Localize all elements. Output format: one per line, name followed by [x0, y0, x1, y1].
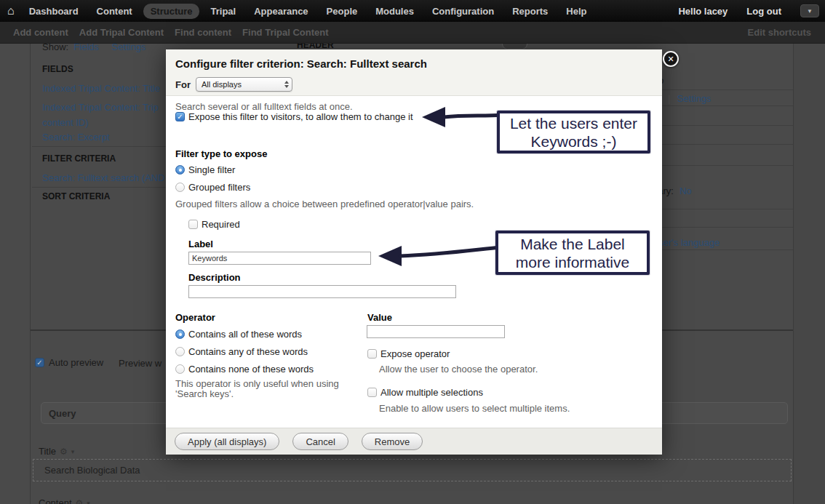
- content-label: Content: [39, 497, 72, 504]
- close-icon: ✕: [667, 55, 674, 64]
- gear-icon: ⚙: [76, 498, 84, 504]
- fields-heading: FIELDS: [42, 64, 73, 74]
- toolbar-toggle-button[interactable]: ▼: [800, 4, 819, 17]
- modal-title: Configure filter criterion: Search: Full…: [175, 57, 427, 70]
- toolbar-item-tripal[interactable]: Tripal: [203, 4, 243, 19]
- shortcut-find-tripal-content: Find Tripal Content: [242, 27, 328, 38]
- gear-icon: ⚙: [60, 447, 68, 457]
- toolbar-item-help[interactable]: Help: [559, 4, 594, 19]
- panel-right-margin: [793, 44, 825, 504]
- filter-intro-text: Search several or all fulltext fields at…: [175, 101, 353, 112]
- description-input[interactable]: [188, 285, 456, 298]
- separator: [662, 165, 793, 166]
- chevron-down-icon: ▼: [807, 8, 813, 15]
- toolbar-item-content[interactable]: Content: [89, 4, 140, 19]
- annotation-line: Make the Label: [498, 235, 647, 253]
- toolbar-item-dashboard[interactable]: Dashboard: [22, 4, 86, 19]
- chevron-down-icon: ▾: [71, 448, 75, 455]
- expose-operator-label: Expose operator: [380, 348, 450, 359]
- summary-no-link: No: [679, 185, 692, 196]
- toolbar-item-people[interactable]: People: [319, 4, 365, 19]
- label-heading: Label: [188, 239, 213, 249]
- filter-link-fulltext: Search: Fulltext search (AND: [42, 172, 164, 183]
- title-field-row: Title ⚙ ▾: [39, 446, 74, 457]
- expose-operator-checkbox[interactable]: [367, 349, 377, 359]
- chevron-down-icon: ▾: [87, 500, 90, 504]
- toolbar-item-structure[interactable]: Structure: [143, 4, 200, 19]
- toolbar-item-modules[interactable]: Modules: [368, 4, 421, 19]
- apply-button[interactable]: Apply (all displays): [175, 433, 279, 450]
- grouped-filters-label: Grouped filters: [188, 182, 250, 193]
- label-input[interactable]: [188, 252, 371, 265]
- users-language-link: ser's language: [658, 237, 720, 248]
- title-value: Search Biological Data: [44, 465, 140, 476]
- select-arrows-icon: [284, 81, 289, 88]
- separator: [662, 227, 793, 228]
- grouped-filters-radio[interactable]: [175, 183, 185, 192]
- expose-filter-label: Expose this filter to visitors, to allow…: [188, 111, 413, 122]
- for-label: For: [175, 79, 191, 90]
- single-filter-option: Single filter: [175, 164, 235, 175]
- single-filter-label: Single filter: [188, 164, 235, 175]
- auto-preview-checkbox: ✓: [35, 358, 44, 367]
- modal-close-button[interactable]: ✕: [663, 51, 679, 67]
- toolbar-item-configuration[interactable]: Configuration: [425, 4, 501, 19]
- page: ⌂ Dashboard Content Structure Tripal App…: [0, 0, 825, 504]
- pipe-separator: |: [668, 93, 670, 104]
- description-heading: Description: [188, 272, 241, 283]
- right-settings-link: Settings: [677, 93, 711, 104]
- modal-header: Configure filter criterion: Search: Full…: [166, 49, 662, 96]
- shortcut-add-content: Add content: [13, 27, 68, 38]
- separator: [662, 209, 793, 209]
- display-select-value: All displays: [202, 80, 242, 89]
- shortcut-add-tripal-content: Add Tripal Content: [79, 27, 164, 38]
- expose-operator-row: Expose operator: [367, 348, 450, 359]
- user-greeting: Hello lacey: [678, 6, 728, 17]
- remove-button[interactable]: Remove: [362, 433, 423, 450]
- required-label: Required: [202, 219, 240, 230]
- operator-heading: Operator: [175, 312, 215, 323]
- single-filter-radio[interactable]: [175, 165, 185, 175]
- required-checkbox[interactable]: [188, 220, 198, 229]
- allow-multiple-label: Allow multiple selections: [380, 387, 483, 398]
- annotation-line: Keywords ;-): [500, 132, 647, 151]
- required-row: Required: [188, 219, 240, 230]
- shortcuts-bar: Add content Add Tripal Content Find cont…: [0, 22, 825, 44]
- operator-option-any: Contains any of these words: [175, 346, 308, 357]
- toolbar-item-reports[interactable]: Reports: [505, 4, 555, 19]
- contains-none-radio[interactable]: [175, 364, 185, 374]
- preview-with-label: Preview w: [119, 358, 162, 369]
- contains-any-label: Contains any of these words: [188, 346, 308, 357]
- separator: [662, 89, 793, 90]
- contains-none-label: Contains none of these words: [188, 364, 314, 375]
- title-label: Title: [39, 446, 56, 457]
- value-input[interactable]: [367, 325, 505, 338]
- expose-operator-help: Allow the user to choose the operator.: [379, 364, 538, 375]
- allow-multiple-checkbox[interactable]: [367, 388, 377, 397]
- auto-preview-row: ✓ Auto preview: [35, 357, 103, 368]
- logout-link[interactable]: Log out: [746, 6, 781, 17]
- separator: [662, 249, 793, 250]
- separator: [662, 125, 793, 126]
- contains-all-label: Contains all of these words: [188, 329, 302, 340]
- separator: [662, 144, 793, 145]
- auto-preview-label: Auto preview: [49, 357, 103, 368]
- allow-multiple-row: Allow multiple selections: [367, 387, 483, 398]
- home-icon[interactable]: ⌂: [7, 5, 15, 17]
- checkmark-icon: ✓: [177, 113, 183, 121]
- query-label: Query: [49, 408, 76, 419]
- toolbar-item-appearance[interactable]: Appearance: [247, 4, 315, 19]
- annotation-line: more informative: [498, 253, 647, 271]
- contains-any-radio[interactable]: [175, 347, 185, 356]
- right-fragment-settings: | Settings: [668, 93, 711, 104]
- value-heading: Value: [367, 312, 392, 323]
- cancel-button[interactable]: Cancel: [292, 433, 348, 450]
- title-editable-box: Search Biological Data: [33, 459, 792, 481]
- operator-option-none: Contains none of these words: [175, 364, 314, 375]
- modal-footer: Apply (all displays) Cancel Remove: [166, 428, 662, 455]
- contains-all-radio[interactable]: [175, 329, 185, 339]
- expose-filter-checkbox[interactable]: ✓: [175, 112, 185, 121]
- grouped-filters-option: Grouped filters: [175, 182, 250, 193]
- shortcut-find-content: Find content: [175, 27, 231, 38]
- display-select[interactable]: All displays: [196, 77, 292, 92]
